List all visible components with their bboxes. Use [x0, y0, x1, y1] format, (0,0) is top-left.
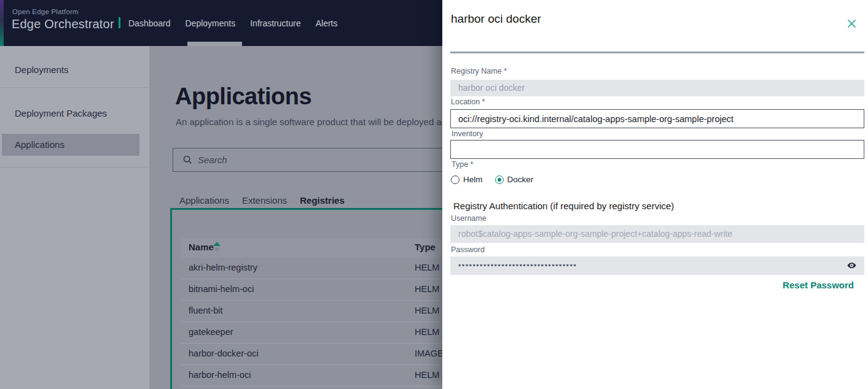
radio-option-docker[interactable]: Docker: [495, 175, 534, 184]
search-icon: [183, 155, 192, 164]
nav-item-infrastructure[interactable]: Infrastructure: [250, 18, 300, 28]
app-root: Open Edge Platform Edge Orchestrator Das…: [0, 0, 868, 389]
brand-product-name: Edge Orchestrator: [12, 17, 114, 31]
inventory-field: [450, 140, 864, 159]
nav-item-deployments[interactable]: Deployments: [186, 18, 236, 28]
username-field: robot$catalog-apps-sample-org-sample-pro…: [450, 225, 864, 243]
tab-registries[interactable]: Registries: [300, 195, 345, 206]
registry-name-cell: harbor-docker-oci: [189, 349, 259, 358]
active-nav-underline: [187, 42, 242, 46]
inventory-input[interactable]: [451, 141, 864, 158]
header-nav: Dashboard Deployments Infrastructure Ale…: [128, 0, 337, 46]
column-header-name[interactable]: Name: [189, 242, 214, 252]
type-label: Type *: [452, 160, 473, 169]
sidebar: Deployments Deployment Packages Applicat…: [0, 46, 149, 389]
registry-name-field: harbor oci docker: [450, 80, 864, 96]
sort-asc-icon: [213, 242, 221, 246]
registry-type-cell: HELM: [415, 306, 439, 315]
registry-name-cell: fluent-bit: [189, 306, 223, 315]
username-value: robot$catalog-apps-sample-org-sample-pro…: [450, 225, 864, 243]
tab-extensions[interactable]: Extensions: [242, 195, 287, 206]
registry-details-drawer: harbor oci docker Registry Name * harbor…: [442, 0, 868, 389]
tab-applications[interactable]: Applications: [179, 195, 229, 206]
sort-desc-icon: [214, 248, 220, 252]
sidebar-item-applications[interactable]: Applications: [2, 134, 139, 156]
nav-item-alerts[interactable]: Alerts: [316, 18, 338, 28]
brand-platform-name: Open Edge Platform: [12, 8, 79, 15]
radio-helm-icon: [451, 175, 459, 184]
location-field: [450, 109, 864, 128]
sort-icon[interactable]: [213, 241, 221, 253]
registry-name-cell: gatekeeper: [189, 327, 233, 337]
show-password-icon[interactable]: [846, 260, 857, 271]
registry-type-cell: HELM: [415, 263, 439, 272]
registry-name-cell: akri-helm-registry: [189, 263, 257, 272]
sidebar-divider: [0, 167, 149, 168]
brand-accent-strip: [0, 0, 4, 46]
location-label: Location *: [451, 98, 485, 106]
column-header-type[interactable]: Type: [415, 242, 436, 252]
radio-docker-icon: [495, 175, 504, 184]
registry-type-cell: HELM: [415, 327, 439, 337]
password-label: Password: [451, 245, 485, 254]
sidebar-item-deployments[interactable]: Deployments: [0, 59, 149, 81]
inventory-label: Inventory: [452, 129, 483, 138]
drawer-title: harbor oci docker: [451, 12, 541, 26]
auth-section-heading: Registry Authentication (if required by …: [453, 201, 674, 211]
radio-option-helm[interactable]: Helm: [451, 175, 483, 184]
sidebar-item-deployment-packages[interactable]: Deployment Packages: [0, 102, 149, 125]
username-label: Username: [451, 214, 487, 223]
search-input[interactable]: [198, 155, 444, 165]
close-icon[interactable]: [847, 19, 856, 28]
drawer-divider: [450, 52, 864, 53]
type-radio-group: Helm Docker: [451, 175, 533, 184]
sidebar-divider: [0, 87, 149, 88]
tab-bar: Applications Extensions Registries: [179, 195, 345, 206]
password-masked-value: •••••••••••••••••••••••••••••••••: [450, 256, 843, 275]
registry-name-cell: harbor-helm-oci: [189, 370, 251, 380]
location-input[interactable]: [451, 110, 864, 128]
registry-type-cell: IMAGE: [415, 349, 444, 358]
page-subtitle: An application is a single software prod…: [176, 117, 446, 127]
registry-name-value: harbor oci docker: [450, 80, 864, 96]
registry-type-cell: HELM: [415, 284, 439, 294]
brand-divider: [119, 17, 120, 28]
registry-type-cell: HELM: [415, 370, 439, 380]
password-field: •••••••••••••••••••••••••••••••••: [450, 256, 864, 275]
radio-docker-label: Docker: [507, 175, 534, 184]
registry-name-label: Registry Name *: [451, 67, 507, 75]
page-title: Applications: [175, 83, 311, 110]
reset-password-link[interactable]: Reset Password: [783, 280, 854, 290]
registry-name-cell: bitnami-helm-oci: [189, 284, 254, 294]
nav-item-dashboard[interactable]: Dashboard: [128, 18, 171, 28]
radio-helm-label: Helm: [463, 175, 483, 184]
